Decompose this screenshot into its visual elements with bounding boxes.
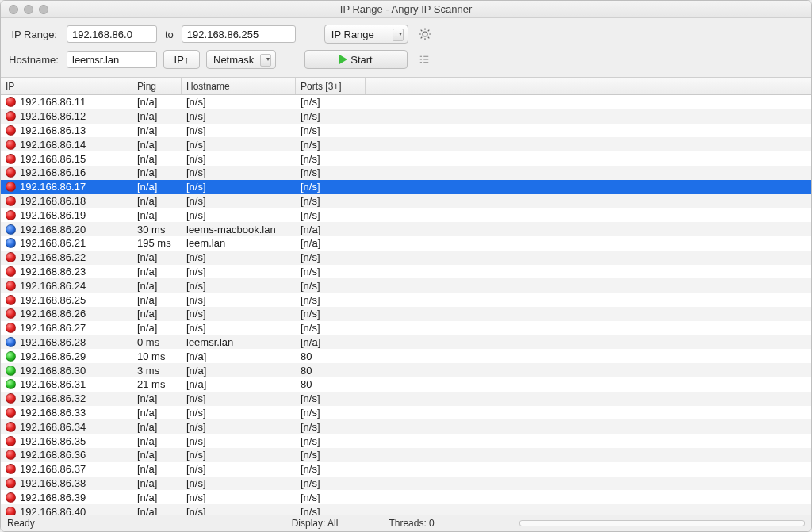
table-row[interactable]: 192.168.86.38[n/a][n/s][n/s]: [1, 477, 811, 491]
cell-ping: [n/a]: [132, 266, 182, 277]
cell-ping: [n/a]: [132, 294, 182, 306]
cell-host: [n/s]: [182, 280, 296, 292]
netmask-select-label: Netmask: [213, 54, 254, 66]
table-row[interactable]: 192.168.86.32[n/a][n/s][n/s]: [1, 392, 811, 406]
status-dot-icon: [6, 97, 16, 107]
status-dot-icon: [6, 140, 16, 150]
table-row[interactable]: 192.168.86.26[n/a][n/s][n/s]: [1, 307, 811, 321]
table-row[interactable]: 192.168.86.35[n/a][n/s][n/s]: [1, 434, 811, 448]
table-row[interactable]: 192.168.86.21195 msleem.lan[n/a]: [1, 236, 811, 251]
status-dot-icon: [6, 408, 16, 418]
table-row[interactable]: 192.168.86.36[n/a][n/s][n/s]: [1, 448, 811, 462]
ip-to-input[interactable]: [182, 25, 296, 43]
table-row[interactable]: 192.168.86.14[n/a][n/s][n/s]: [1, 137, 811, 151]
mode-select-label: IP Range: [331, 29, 374, 40]
table-row[interactable]: 192.168.86.39[n/a][n/s][n/s]: [1, 490, 811, 504]
table-row[interactable]: 192.168.86.23[n/a][n/s][n/s]: [1, 265, 811, 279]
start-button-label: Start: [350, 54, 372, 66]
status-bar: Ready Display: All Threads: 0: [1, 515, 811, 531]
cell-host: [n/s]: [182, 166, 296, 178]
table-row[interactable]: 192.168.86.19[n/a][n/s][n/s]: [1, 208, 811, 222]
window-title: IP Range - Angry IP Scanner: [1, 3, 811, 15]
cell-ip: 192.168.86.28: [20, 336, 86, 348]
status-dot-icon: [6, 450, 16, 460]
table-row[interactable]: 192.168.86.11[n/a][n/s][n/s]: [1, 95, 811, 109]
status-dot-icon: [6, 478, 16, 488]
table-row[interactable]: 192.168.86.280 msleemsr.lan[n/a]: [1, 335, 811, 350]
play-icon: [339, 55, 347, 64]
gear-icon: [418, 27, 432, 41]
col-ip[interactable]: IP: [1, 78, 132, 94]
status-dot-icon: [6, 252, 16, 262]
settings-button[interactable]: [415, 25, 435, 44]
cell-host: [n/s]: [182, 492, 296, 503]
table-row[interactable]: 192.168.86.15[n/a][n/s][n/s]: [1, 151, 811, 166]
cell-ip: 192.168.86.15: [20, 153, 86, 165]
cell-ping: [n/a]: [132, 463, 182, 475]
table-row[interactable]: 192.168.86.24[n/a][n/s][n/s]: [1, 278, 811, 293]
cell-host: [n/a]: [182, 378, 296, 390]
cell-ip: 192.168.86.34: [20, 421, 86, 433]
cell-ping: [n/a]: [132, 96, 182, 108]
cell-ip: 192.168.86.36: [20, 449, 86, 461]
table-row[interactable]: 192.168.86.16[n/a][n/s][n/s]: [1, 166, 811, 180]
status-dot-icon: [6, 351, 16, 362]
table-row[interactable]: 192.168.86.13[n/a][n/s][n/s]: [1, 124, 811, 138]
cell-ip: 192.168.86.37: [20, 463, 86, 475]
cell-ping: 30 ms: [132, 224, 182, 235]
cell-host: [n/s]: [182, 209, 296, 221]
cell-ports: 80: [296, 365, 366, 377]
table-row[interactable]: 192.168.86.17[n/a][n/s][n/s]: [1, 180, 811, 194]
col-ports[interactable]: Ports [3+]: [296, 78, 366, 94]
cell-ping: [n/a]: [132, 153, 182, 165]
cell-ports: [n/s]: [296, 139, 366, 151]
col-ping[interactable]: Ping: [132, 78, 182, 94]
table-row[interactable]: 192.168.86.3121 ms[n/a]80: [1, 377, 811, 392]
table-row[interactable]: 192.168.86.27[n/a][n/s][n/s]: [1, 321, 811, 335]
progress-bar: [519, 520, 805, 526]
status-dot-icon: [6, 154, 16, 164]
cell-ping: [n/a]: [132, 280, 182, 292]
table-row[interactable]: 192.168.86.25[n/a][n/s][n/s]: [1, 293, 811, 307]
cell-host: [n/s]: [182, 421, 296, 433]
cell-ports: [n/s]: [296, 294, 366, 306]
table-row[interactable]: 192.168.86.2910 ms[n/a]80: [1, 349, 811, 363]
cell-ping: [n/a]: [132, 166, 182, 178]
table-row[interactable]: 192.168.86.37[n/a][n/s][n/s]: [1, 462, 811, 477]
table-row[interactable]: 192.168.86.2030 msleems-macbook.lan[n/a]: [1, 222, 811, 236]
results-grid[interactable]: 192.168.86.11[n/a][n/s][n/s]192.168.86.1…: [1, 95, 811, 515]
cell-ping: 195 ms: [132, 237, 182, 249]
table-row[interactable]: 192.168.86.18[n/a][n/s][n/s]: [1, 194, 811, 209]
table-row[interactable]: 192.168.86.22[n/a][n/s][n/s]: [1, 251, 811, 265]
mode-select[interactable]: IP Range ▾: [324, 25, 408, 44]
col-hostname[interactable]: Hostname: [182, 78, 296, 94]
status-dot-icon: [6, 436, 16, 446]
netmask-select[interactable]: Netmask ▾: [206, 50, 276, 69]
table-row[interactable]: 192.168.86.34[n/a][n/s][n/s]: [1, 419, 811, 434]
table-row[interactable]: 192.168.86.40[n/a][n/s][n/s]: [1, 504, 811, 515]
ip-lookup-label: IP↑: [174, 54, 190, 66]
titlebar[interactable]: IP Range - Angry IP Scanner: [1, 1, 811, 18]
table-row[interactable]: 192.168.86.12[n/a][n/s][n/s]: [1, 109, 811, 124]
table-row[interactable]: 192.168.86.33[n/a][n/s][n/s]: [1, 406, 811, 420]
cell-ports: [n/s]: [296, 421, 366, 433]
cell-ports: [n/s]: [296, 392, 366, 404]
status-dot-icon: [6, 295, 16, 305]
cell-ip: 192.168.86.18: [20, 195, 86, 207]
cell-host: [n/s]: [182, 435, 296, 447]
cell-ip: 192.168.86.38: [20, 477, 86, 489]
ip-from-input[interactable]: [67, 25, 157, 43]
cell-host: [n/s]: [182, 477, 296, 489]
cell-ports: 80: [296, 378, 366, 390]
cell-ping: [n/a]: [132, 181, 182, 193]
start-button[interactable]: Start: [304, 50, 408, 69]
status-dot-icon: [6, 167, 16, 178]
fetchers-button[interactable]: [414, 50, 435, 69]
hostname-input[interactable]: [67, 51, 157, 68]
ip-lookup-button[interactable]: IP↑: [163, 50, 200, 69]
cell-ports: [n/s]: [296, 280, 366, 292]
cell-ports: [n/a]: [296, 336, 366, 348]
cell-ip: 192.168.86.35: [20, 435, 86, 447]
table-row[interactable]: 192.168.86.303 ms[n/a]80: [1, 363, 811, 377]
cell-host: [n/s]: [182, 449, 296, 461]
